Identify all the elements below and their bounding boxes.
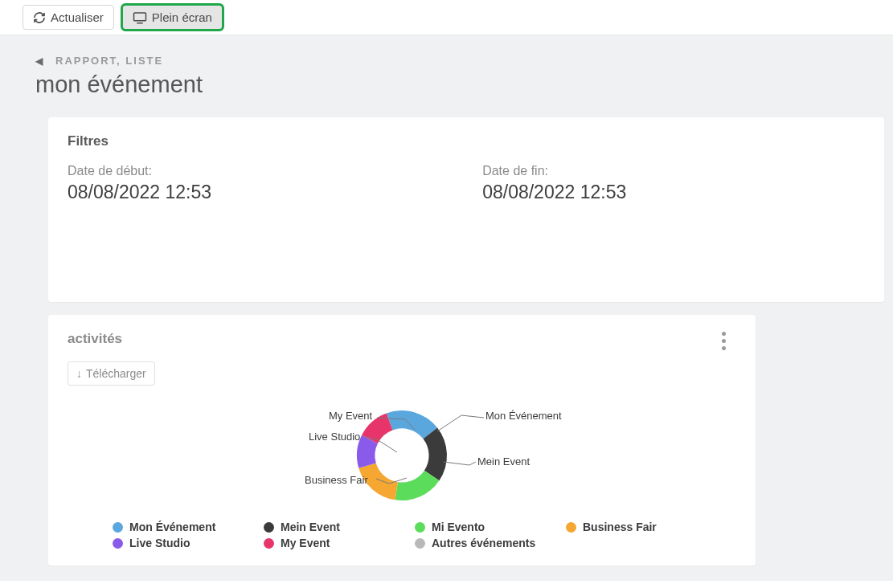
slice-label-live-studio: Live Studio	[309, 431, 360, 443]
legend-dot	[415, 538, 425, 549]
legend-dot	[264, 538, 274, 549]
filters-title: Filtres	[68, 133, 865, 149]
refresh-label: Actualiser	[51, 10, 104, 24]
refresh-button[interactable]: Actualiser	[23, 5, 114, 30]
filter-start-value: 08/08/2022 12:53	[68, 182, 450, 203]
legend-dot	[415, 522, 425, 533]
page-title: mon événement	[35, 71, 893, 98]
download-button[interactable]: ↓ Télécharger	[68, 361, 155, 386]
activities-title: activités	[68, 331, 736, 347]
filter-end-label: Date de fin:	[482, 164, 865, 178]
filter-end-value: 08/08/2022 12:53	[482, 182, 865, 203]
legend-dot	[566, 522, 576, 533]
legend-item[interactable]: Business Fair	[566, 521, 711, 533]
fullscreen-label: Plein écran	[152, 10, 212, 24]
slice-label-mein-event: Mein Event	[477, 455, 530, 468]
legend-label: Business Fair	[583, 521, 657, 533]
slice-label-mon-evenement: Mon Événement	[485, 410, 562, 422]
legend-label: Mein Event	[281, 521, 340, 533]
download-label: Télécharger	[86, 367, 146, 380]
refresh-icon	[33, 11, 46, 24]
filter-end[interactable]: Date de fin: 08/08/2022 12:53	[482, 164, 865, 203]
legend-label: Mon Événement	[129, 521, 215, 533]
legend-item[interactable]: Mein Event	[264, 521, 408, 533]
chart-legend: Mon ÉvénementMein EventMi EventoBusiness…	[68, 521, 736, 549]
legend-label: Autres événements	[432, 537, 535, 549]
legend-label: Mi Evento	[432, 521, 485, 533]
legend-dot	[113, 538, 123, 549]
top-toolbar: Actualiser Plein écran	[0, 0, 893, 35]
svg-rect-0	[133, 13, 145, 21]
filter-start[interactable]: Date de début: 08/08/2022 12:53	[68, 164, 450, 203]
slice-label-business-fair: Business Fair	[305, 474, 368, 486]
legend-item[interactable]: My Event	[264, 537, 408, 549]
legend-item[interactable]: Mi Evento	[415, 521, 559, 533]
filter-start-label: Date de début:	[68, 164, 450, 178]
caret-left-icon: ◀	[35, 55, 44, 67]
legend-item[interactable]: Live Studio	[113, 537, 257, 549]
breadcrumb-text: RAPPORT, LISTE	[55, 55, 163, 67]
activities-card: activités ↓ Télécharger Mon Événement Me…	[48, 315, 756, 566]
donut-chart: Mon Événement Mein Event Business Fair L…	[68, 395, 736, 516]
download-icon: ↓	[76, 367, 82, 380]
legend-label: My Event	[281, 537, 330, 549]
breadcrumb[interactable]: ◀ RAPPORT, LISTE	[35, 55, 893, 67]
monitor-icon	[133, 11, 147, 24]
slice-label-my-event: My Event	[329, 410, 372, 422]
legend-label: Live Studio	[129, 537, 190, 549]
main-area: ◀ RAPPORT, LISTE mon événement Filtres D…	[0, 35, 893, 581]
filters-card: Filtres Date de début: 08/08/2022 12:53 …	[48, 117, 884, 302]
legend-dot	[113, 522, 123, 533]
card-menu-button[interactable]	[714, 331, 733, 350]
legend-item[interactable]: Mon Événement	[113, 521, 257, 533]
fullscreen-button[interactable]: Plein écran	[122, 5, 223, 30]
legend-item[interactable]: Autres événements	[415, 537, 559, 549]
legend-dot	[264, 522, 274, 533]
